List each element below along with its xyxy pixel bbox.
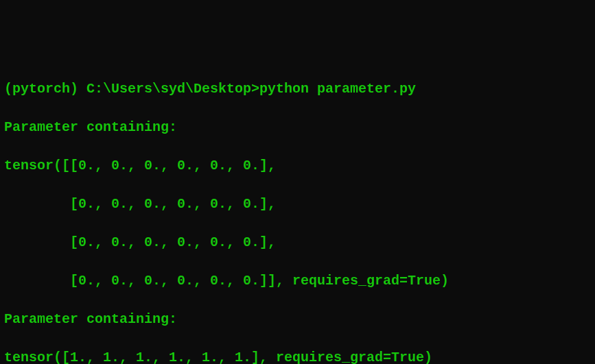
output-tensor-line: [0., 0., 0., 0., 0., 0.]], requires_grad… [4, 271, 591, 291]
output-tensor-line: [0., 0., 0., 0., 0., 0.], [4, 233, 591, 252]
output-parameter-header-2: Parameter containing: [4, 310, 591, 329]
output-tensor-line: tensor([[0., 0., 0., 0., 0., 0.], [4, 156, 591, 175]
output-parameter-header-1: Parameter containing: [4, 118, 591, 137]
output-tensor-line: [0., 0., 0., 0., 0., 0.], [4, 195, 591, 214]
prompt-line-1[interactable]: (pytorch) C:\Users\syd\Desktop>python pa… [4, 80, 591, 99]
output-tensor-line: tensor([1., 1., 1., 1., 1., 1.], require… [4, 348, 591, 364]
